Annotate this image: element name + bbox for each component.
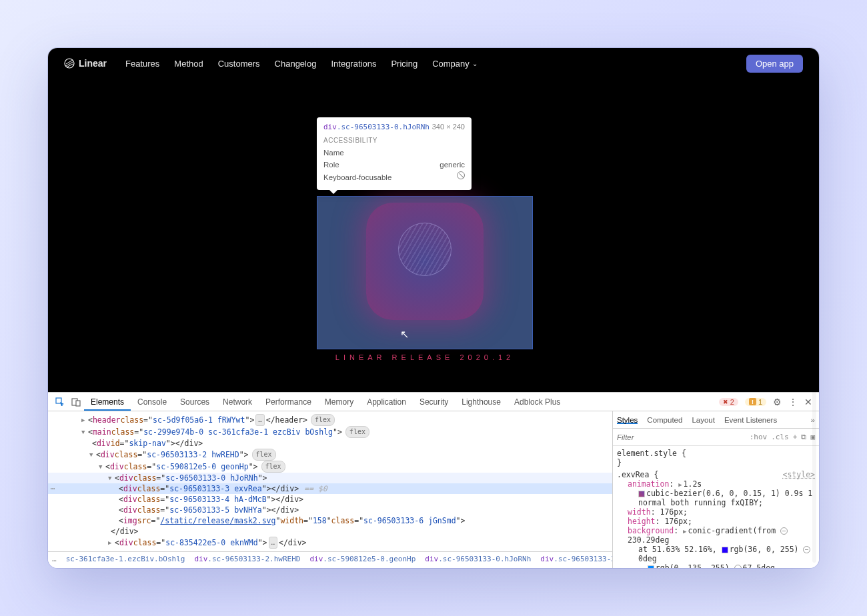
tooltip-dimensions: 340 × 240 <box>432 123 465 131</box>
mouse-cursor-icon: ↖ <box>400 328 409 341</box>
nav-changelog[interactable]: Changelog <box>275 59 317 69</box>
open-app-button[interactable]: Open app <box>746 55 803 73</box>
tooltip-kbd-label: Keyboard-focusable <box>323 171 391 183</box>
tab-performance[interactable]: Performance <box>259 393 318 411</box>
tab-security[interactable]: Security <box>413 393 455 411</box>
tab-sources[interactable]: Sources <box>173 393 216 411</box>
nav-integrations[interactable]: Integrations <box>331 59 376 69</box>
breadcrumb[interactable]: … sc-361cfa3e-1.ezcBiv.bOshlg div.sc-965… <box>48 551 612 566</box>
elements-tree[interactable]: ▶<header class="sc-5d9f05a6-1 fRWYwt">…<… <box>48 411 612 568</box>
main-nav: Features Method Customers Changelog Inte… <box>125 59 478 69</box>
tooltip-arrow <box>329 189 338 194</box>
inspect-element-button[interactable] <box>52 397 68 407</box>
nav-customers[interactable]: Customers <box>218 59 260 69</box>
nav-features[interactable]: Features <box>125 59 159 69</box>
devtools-panel: Elements Console Sources Network Perform… <box>48 392 819 568</box>
warning-badge[interactable]: 1 <box>745 398 766 406</box>
inspected-inner-circle <box>398 223 452 276</box>
devtools-body: ▶<header class="sc-5d9f05a6-1 fRWYwt">…<… <box>48 411 819 568</box>
nav-method[interactable]: Method <box>174 59 203 69</box>
tree-row-highlighted[interactable]: ▼<div class="sc-96503133-0 hJoRNh"> <box>48 473 612 483</box>
tab-memory[interactable]: Memory <box>318 393 360 411</box>
styles-tab-layout[interactable]: Layout <box>692 416 715 424</box>
kebab-menu-icon[interactable]: ⋮ <box>788 397 798 407</box>
device-toggle-button[interactable] <box>68 397 84 407</box>
svg-rect-3 <box>76 401 80 406</box>
inspect-highlight-overlay <box>317 196 533 349</box>
sidebar-toggle-icon[interactable]: ⧉ <box>801 433 806 441</box>
gear-icon[interactable]: ⚙ <box>773 397 782 407</box>
inspect-tooltip: div.sc-96503133-0.hJoRNh 340 × 240 ACCES… <box>317 117 472 190</box>
devtools-tabs: Elements Console Sources Network Perform… <box>48 393 819 411</box>
browser-window: Linear Features Method Customers Changel… <box>48 48 819 568</box>
site-header: Linear Features Method Customers Changel… <box>48 48 819 79</box>
add-rule-icon[interactable]: + <box>793 433 798 441</box>
styles-tab-styles[interactable]: Styles <box>617 416 638 424</box>
tooltip-selector: div.sc-96503133-0.hJoRNh <box>323 123 429 131</box>
nav-pricing[interactable]: Pricing <box>391 59 417 69</box>
styles-tab-computed[interactable]: Computed <box>647 416 682 424</box>
tooltip-section-label: ACCESSIBILITY <box>323 137 465 144</box>
tab-network[interactable]: Network <box>216 393 259 411</box>
styles-pane: Styles Computed Layout Event Listeners »… <box>612 411 819 568</box>
page-viewport: Linear Features Method Customers Changel… <box>48 48 819 392</box>
tooltip-role-value: generic <box>440 159 465 171</box>
nav-company[interactable]: Company⌄ <box>432 59 478 69</box>
cls-toggle[interactable]: .cls <box>771 433 789 441</box>
styles-tab-events[interactable]: Event Listeners <box>724 416 777 424</box>
prohibit-icon <box>457 171 465 179</box>
chevron-down-icon: ⌄ <box>472 60 478 67</box>
tab-lighthouse[interactable]: Lighthouse <box>455 393 508 411</box>
styles-body[interactable]: element.style { } <style> .exvRea { anim… <box>613 446 819 568</box>
tooltip-role-label: Role <box>323 159 339 171</box>
tab-application[interactable]: Application <box>360 393 413 411</box>
tab-elements[interactable]: Elements <box>84 393 131 411</box>
brand-name: Linear <box>79 58 107 69</box>
inspected-element-visual <box>366 203 484 320</box>
hov-toggle[interactable]: :hov <box>750 433 768 441</box>
close-icon[interactable]: ✕ <box>804 397 812 407</box>
tree-row-selected[interactable]: ⋯<div class="sc-96503133-3 exvRea"></div… <box>48 483 612 494</box>
release-caption: LINEAR RELEASE 2020.12 <box>317 353 533 361</box>
linear-icon <box>64 58 75 69</box>
styles-filter-input[interactable] <box>617 433 716 441</box>
tab-console[interactable]: Console <box>131 393 173 411</box>
tooltip-name-label: Name <box>323 147 344 159</box>
error-badge[interactable]: 2 <box>719 398 738 406</box>
tab-adblock[interactable]: Adblock Plus <box>508 393 567 411</box>
brand-logo[interactable]: Linear <box>64 58 107 69</box>
